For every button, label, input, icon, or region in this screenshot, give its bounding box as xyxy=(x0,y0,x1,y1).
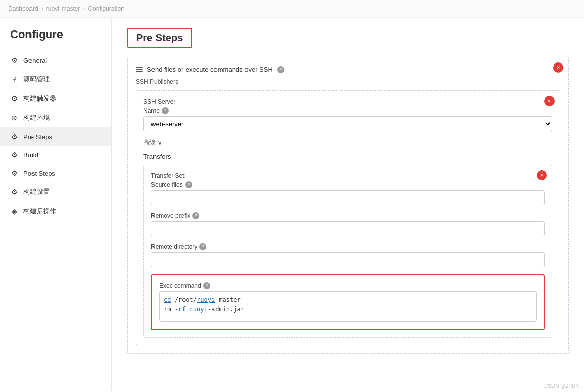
exec-command-label: Exec command ? xyxy=(159,282,537,289)
remote-directory-input[interactable] xyxy=(151,252,545,267)
remote-directory-group: Remote directory ? xyxy=(151,243,545,267)
post-build-icon: ◈ xyxy=(10,207,18,215)
source-files-help-icon[interactable]: ? xyxy=(185,181,192,188)
section-help-icon[interactable]: ? xyxy=(277,66,284,73)
watermark: CSDN @ZPDK xyxy=(544,383,579,389)
sidebar-label-source-mgmt: 源码管理 xyxy=(23,75,50,84)
sidebar-item-build-trigger[interactable]: ⚙ 构建触发器 xyxy=(0,89,111,108)
section-close-button[interactable]: × xyxy=(553,62,563,73)
source-files-input[interactable] xyxy=(151,190,545,205)
sidebar-item-build[interactable]: ⚙ Build xyxy=(0,146,111,164)
ssh-server-select[interactable]: web-server xyxy=(143,116,552,132)
exec-line2: rm -rf ruoyi-admin.jar xyxy=(164,305,532,314)
advanced-toggle[interactable]: 高级 ∨ xyxy=(143,138,552,147)
sidebar-item-pre-steps[interactable]: ⚙ Pre Steps xyxy=(0,127,111,146)
sidebar-label-pre-steps: Pre Steps xyxy=(23,133,52,141)
trigger-icon: ⚙ xyxy=(10,94,18,103)
section-header: Send files or execute commands over SSH … xyxy=(136,66,560,73)
source-files-label: Source files ? xyxy=(151,181,545,188)
ssh-server-name-label: Name ? xyxy=(143,107,552,114)
page-title-box: Pre Steps xyxy=(127,28,192,48)
sidebar-title: Configure xyxy=(0,28,111,51)
main-content: Pre Steps Send files or execute commands… xyxy=(112,18,584,391)
sidebar-label-general: General xyxy=(23,57,47,64)
exec-line1: cd /root/ruoyi-master xyxy=(164,295,532,305)
source-files-group: Source files ? xyxy=(151,181,545,205)
remove-prefix-group: Remove prefix ? xyxy=(151,212,545,236)
exec-command-help-icon[interactable]: ? xyxy=(203,282,210,289)
transfers-label: Transfers xyxy=(143,153,552,160)
gear-icon: ⚙ xyxy=(10,56,18,64)
remove-prefix-label: Remove prefix ? xyxy=(151,212,545,219)
transfer-set-box: × Transfer Set Source files ? Remove xyxy=(143,165,552,338)
exec-command-content[interactable]: cd /root/ruoyi-master rm -rf ruoyi-admin… xyxy=(159,291,537,322)
transfer-set-label: Transfer Set xyxy=(151,172,545,179)
ssh-section: Send files or execute commands over SSH … xyxy=(127,57,569,354)
post-steps-icon: ⚙ xyxy=(10,169,18,177)
settings-icon: ⚙ xyxy=(10,188,18,196)
breadcrumb-page: Configuration xyxy=(88,5,124,12)
remote-directory-help-icon[interactable]: ? xyxy=(199,243,206,250)
transfer-set-close-button[interactable]: × xyxy=(537,170,547,180)
globe-icon: ⊕ xyxy=(10,114,18,122)
breadcrumb-project[interactable]: ruoyi-master xyxy=(46,5,80,12)
sidebar-label-post-build: 构建后操作 xyxy=(23,207,56,216)
chevron-down-icon: ∨ xyxy=(158,139,162,146)
breadcrumb: Dashboard › ruoyi-master › Configuration xyxy=(0,0,584,18)
sidebar-label-build-env: 构建环境 xyxy=(23,113,50,122)
sidebar-label-build: Build xyxy=(23,151,38,159)
remote-directory-label: Remote directory ? xyxy=(151,243,545,250)
publishers-label: SSH Publishers xyxy=(136,78,560,85)
sidebar: Configure ⚙ General ⑂ 源码管理 ⚙ 构建触发器 ⊕ 构建环… xyxy=(0,18,112,391)
ssh-server-close-button[interactable]: × xyxy=(544,96,555,106)
hamburger-icon xyxy=(136,67,143,72)
breadcrumb-sep2: › xyxy=(83,5,85,12)
remove-prefix-help-icon[interactable]: ? xyxy=(192,212,199,219)
page-title: Pre Steps xyxy=(136,32,183,43)
exec-command-box: Exec command ? cd /root/ruoyi-master rm … xyxy=(151,274,545,330)
sidebar-item-build-settings[interactable]: ⚙ 构建设置 xyxy=(0,182,111,202)
sidebar-label-post-steps: Post Steps xyxy=(23,170,55,177)
section-header-title: Send files or execute commands over SSH xyxy=(147,66,273,73)
remove-prefix-input[interactable] xyxy=(151,221,545,236)
ssh-server-label: SSH Server xyxy=(143,98,552,105)
sidebar-item-build-env[interactable]: ⊕ 构建环境 xyxy=(0,108,111,127)
breadcrumb-dashboard[interactable]: Dashboard xyxy=(8,5,38,12)
breadcrumb-sep1: › xyxy=(41,5,43,12)
sidebar-item-source-mgmt[interactable]: ⑂ 源码管理 xyxy=(0,70,111,89)
pre-steps-icon: ⚙ xyxy=(10,133,18,141)
sidebar-item-post-build[interactable]: ◈ 构建后操作 xyxy=(0,202,111,221)
advanced-label: 高级 xyxy=(143,138,156,147)
source-icon: ⑂ xyxy=(10,75,18,83)
ssh-server-box: × SSH Server Name ? web-server 高级 ∨ Tran… xyxy=(136,90,560,345)
sidebar-label-build-trigger: 构建触发器 xyxy=(23,94,56,103)
build-icon: ⚙ xyxy=(10,151,18,159)
name-help-icon[interactable]: ? xyxy=(162,107,169,114)
sidebar-item-post-steps[interactable]: ⚙ Post Steps xyxy=(0,164,111,182)
sidebar-item-general[interactable]: ⚙ General xyxy=(0,51,111,70)
sidebar-label-build-settings: 构建设置 xyxy=(23,187,50,197)
